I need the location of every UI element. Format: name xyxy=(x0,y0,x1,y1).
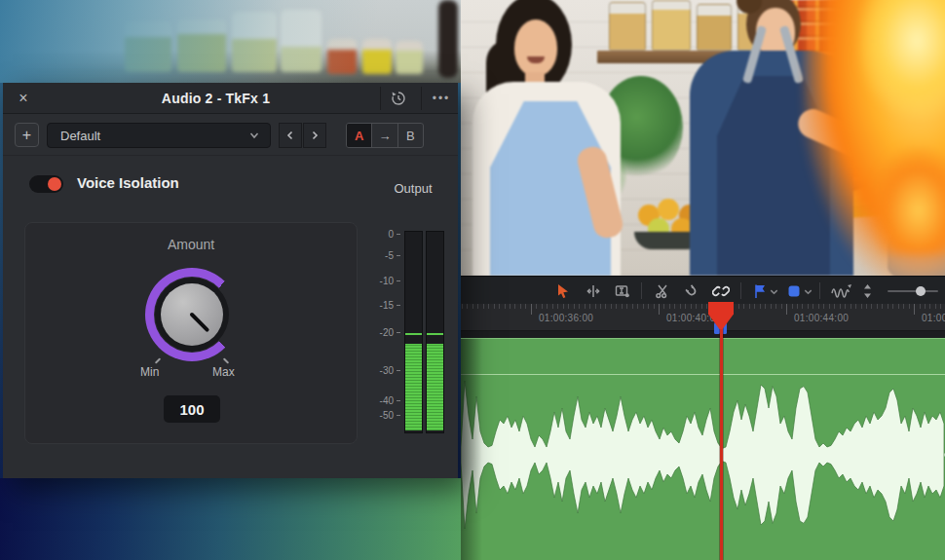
selection-tool-icon[interactable] xyxy=(553,281,573,301)
timecode-label: 01:00:36:00 xyxy=(539,313,593,323)
previous-preset-button[interactable] xyxy=(279,123,302,148)
clip-left-shadow xyxy=(461,339,482,560)
timeline-toolbar xyxy=(461,276,945,304)
linked-selection-icon[interactable] xyxy=(711,281,731,301)
zoom-slider-handle[interactable] xyxy=(916,286,926,296)
meter-scale-label: -30 xyxy=(368,365,394,376)
max-label: Max xyxy=(212,365,235,379)
ab-compare-b-button[interactable]: B xyxy=(397,124,423,147)
next-preset-button[interactable] xyxy=(303,123,326,148)
output-level-meter: 0 -5 -10 -15 -20 -30 -40 -50 xyxy=(368,231,448,433)
marker-icon[interactable] xyxy=(784,281,804,301)
options-menu-icon[interactable]: ••• xyxy=(425,83,458,113)
meter-scale-label: -15 xyxy=(368,300,394,311)
amount-card: Amount Min Max 100 xyxy=(24,222,358,444)
marker-chevron-down-icon[interactable] xyxy=(802,281,813,301)
timeline-ruler[interactable]: 01:00:36:00 01:00:40:00 01:00:44:00 01:0… xyxy=(461,304,945,331)
volume-automation-line[interactable] xyxy=(461,374,945,375)
meter-scale-label: -40 xyxy=(368,395,394,406)
voice-isolation-label: Voice Isolation xyxy=(77,174,179,191)
toolbar-separator xyxy=(819,282,820,299)
amount-label: Amount xyxy=(25,237,357,252)
output-label: Output xyxy=(376,181,450,196)
preset-dropdown[interactable]: Default xyxy=(47,123,271,148)
flag-chevron-down-icon[interactable] xyxy=(768,281,779,301)
dynamic-trim-icon[interactable] xyxy=(613,281,632,301)
audio-waveform xyxy=(461,339,945,560)
timecode-label: 01:00:48:00 xyxy=(922,313,945,323)
add-preset-button[interactable]: + xyxy=(15,123,39,147)
min-label: Min xyxy=(140,365,159,379)
titlebar-divider xyxy=(421,87,422,110)
timecode-label: 01:00:44:00 xyxy=(794,313,849,323)
track-gap xyxy=(461,331,945,338)
ab-compare-a-button[interactable]: A xyxy=(347,124,371,147)
plugin-title: Audio 2 - TkFx 1 xyxy=(81,83,351,114)
preset-bar: + Default A → B xyxy=(3,114,458,156)
davinci-resolve-screenshot: 01:00:36:00 01:00:40:00 01:00:44:00 01:0… xyxy=(0,0,945,560)
amount-knob[interactable] xyxy=(145,268,239,361)
trim-edit-icon[interactable] xyxy=(584,281,603,301)
teal-gradient-overlay xyxy=(0,0,461,83)
history-reset-icon[interactable] xyxy=(386,89,411,108)
toggle-knob xyxy=(48,177,61,191)
flag-icon[interactable] xyxy=(750,281,770,301)
meter-bar-left xyxy=(404,231,423,433)
background-bottom-gradient xyxy=(0,478,461,560)
video-preview xyxy=(461,0,945,276)
voice-isolation-toggle[interactable] xyxy=(29,175,63,193)
ab-compare-group: A → B xyxy=(346,123,424,148)
audio-clip[interactable] xyxy=(461,338,945,560)
snapping-magnet-icon[interactable] xyxy=(682,281,701,301)
close-icon[interactable]: × xyxy=(13,88,34,109)
zoom-presets-icon[interactable] xyxy=(829,281,854,301)
voice-isolation-plugin-panel: × Audio 2 - TkFx 1 ••• + Default A xyxy=(3,83,458,478)
meter-bar-right xyxy=(426,231,444,433)
left-chef xyxy=(461,0,641,276)
meter-scale-label: -50 xyxy=(368,410,394,421)
meter-scale-label: -10 xyxy=(368,276,394,286)
toolbar-separator xyxy=(641,282,642,299)
preset-dropdown-value: Default xyxy=(60,129,248,143)
ab-copy-arrow-button[interactable]: → xyxy=(371,124,397,147)
meter-scale-label: -20 xyxy=(368,327,394,338)
meter-scale-label: 0 xyxy=(368,229,394,240)
toolbar-separator xyxy=(740,282,741,299)
plugin-titlebar[interactable]: × Audio 2 - TkFx 1 ••• xyxy=(3,83,458,114)
meter-bars xyxy=(404,231,444,433)
meter-scale-label: -5 xyxy=(368,250,394,261)
chevron-down-icon xyxy=(248,130,260,141)
titlebar-divider xyxy=(380,87,381,110)
amount-value-field[interactable]: 100 xyxy=(164,395,220,423)
razor-icon[interactable] xyxy=(653,281,672,301)
vertical-zoom-icon[interactable] xyxy=(860,281,874,301)
zoom-slider-track[interactable] xyxy=(888,290,938,292)
playhead-line[interactable] xyxy=(720,304,723,560)
